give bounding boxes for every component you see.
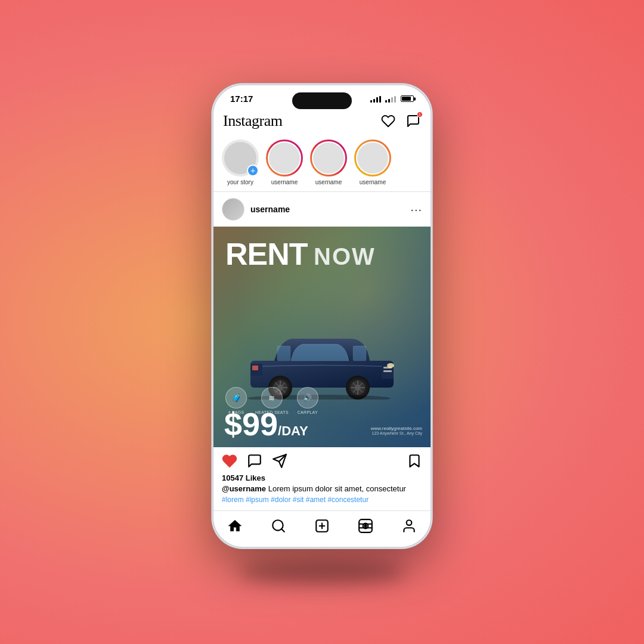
caption-username[interactable]: @username: [222, 484, 266, 493]
nav-create[interactable]: [308, 517, 336, 535]
signal-bars-2: [385, 95, 396, 103]
add-story-button[interactable]: +: [247, 165, 259, 177]
svg-line-27: [281, 529, 284, 532]
per-day-text: /DAY: [278, 423, 308, 438]
story-avatar-2: [312, 141, 345, 175]
now-label: NOW: [314, 243, 376, 270]
notification-badge: 1: [417, 112, 423, 117]
price-area: $99/DAY: [224, 408, 308, 440]
phone-frame: 17:17: [212, 83, 432, 549]
post-image: RENT NOW: [213, 227, 431, 447]
instagram-header: Instagram 1: [213, 107, 431, 135]
website-url: www.reallygreatsite.com: [371, 426, 422, 431]
svg-rect-8: [252, 366, 258, 370]
status-bar: 17:17: [213, 85, 431, 107]
post-actions: [213, 447, 431, 472]
phone-shadow: [239, 561, 405, 584]
nav-search[interactable]: [265, 517, 292, 535]
story-label-1: username: [271, 179, 298, 185]
post-more-button[interactable]: ···: [410, 203, 422, 215]
svg-point-6: [387, 363, 394, 368]
story-item-1[interactable]: username: [266, 140, 303, 185]
post-username[interactable]: username: [250, 205, 410, 214]
bottom-nav: [213, 510, 431, 547]
signal-bar-7: [391, 97, 393, 103]
story-avatar-1: [268, 141, 301, 175]
signal-bars: [370, 95, 381, 103]
caption-body: Lorem ipsum dolor sit amet, consectetur: [268, 484, 406, 493]
own-story-label: your story: [227, 179, 253, 185]
price-value: $99: [224, 406, 278, 442]
svg-point-36: [406, 520, 411, 525]
svg-rect-5: [383, 370, 392, 372]
svg-point-33: [364, 525, 366, 527]
post-header: username ···: [213, 192, 431, 227]
story-item-2[interactable]: username: [310, 140, 347, 185]
hashtags-line[interactable]: #lorem #ipsum #dolor #sit #amet #concest…: [222, 496, 422, 504]
share-button[interactable]: [272, 453, 287, 469]
stories-row: + your story username username: [213, 135, 431, 192]
carplay-icon: 🔊: [297, 387, 318, 408]
signal-bar-8: [394, 96, 396, 103]
messenger-button[interactable]: 1: [405, 113, 421, 129]
story-ring-3: [354, 140, 391, 177]
heart-button[interactable]: [380, 113, 396, 129]
likes-count: 10547 Likes: [222, 473, 422, 482]
post-avatar: [222, 198, 244, 221]
signal-bar-1: [370, 100, 372, 103]
like-button[interactable]: [222, 453, 237, 469]
action-buttons-left: [222, 453, 407, 469]
battery-icon: [401, 95, 414, 102]
bags-icon: 🧳: [225, 387, 247, 408]
phone-wrapper: 17:17: [212, 83, 432, 549]
svg-rect-2: [353, 346, 366, 361]
status-icons: [370, 95, 414, 103]
website-address: 123 Anywhere St., Any City: [371, 431, 422, 435]
website-area: www.reallygreatsite.com 123 Anywhere St.…: [371, 426, 422, 435]
story-label-3: username: [360, 179, 386, 185]
nav-home[interactable]: [221, 517, 249, 535]
instagram-logo: Instagram: [223, 112, 282, 130]
story-ring-2: [310, 140, 347, 177]
nav-reels[interactable]: [352, 517, 379, 535]
post-image-content: RENT NOW: [213, 227, 431, 447]
rent-now-text: RENT NOW: [225, 239, 419, 270]
signal-bar-3: [376, 97, 378, 103]
own-story-avatar: +: [222, 140, 259, 177]
battery-fill: [402, 97, 411, 101]
story-label-2: username: [315, 179, 342, 185]
signal-bar-6: [388, 99, 390, 103]
heated-seats-icon: ≋: [261, 387, 283, 408]
story-item-3[interactable]: username: [354, 140, 391, 185]
nav-profile[interactable]: [395, 517, 423, 535]
header-icons: 1: [380, 113, 421, 129]
notch: [292, 92, 352, 109]
story-ring-1: [266, 140, 303, 177]
signal-bar-5: [385, 100, 387, 103]
price-text: $99/DAY: [224, 406, 308, 442]
comment-button[interactable]: [247, 453, 262, 469]
story-avatar-3: [356, 141, 389, 175]
phone-screen: 17:17: [213, 85, 431, 547]
rent-label: RENT: [225, 237, 308, 271]
story-item-own[interactable]: + your story: [222, 140, 259, 185]
post-info: 10547 Likes @username Lorem ipsum dolor …: [213, 472, 431, 507]
save-button[interactable]: [407, 453, 422, 469]
status-time: 17:17: [230, 94, 253, 104]
signal-bar-4: [379, 96, 381, 103]
signal-bar-2: [373, 99, 375, 103]
caption-line: @username Lorem ipsum dolor sit amet, co…: [222, 484, 422, 493]
svg-rect-1: [277, 346, 290, 361]
